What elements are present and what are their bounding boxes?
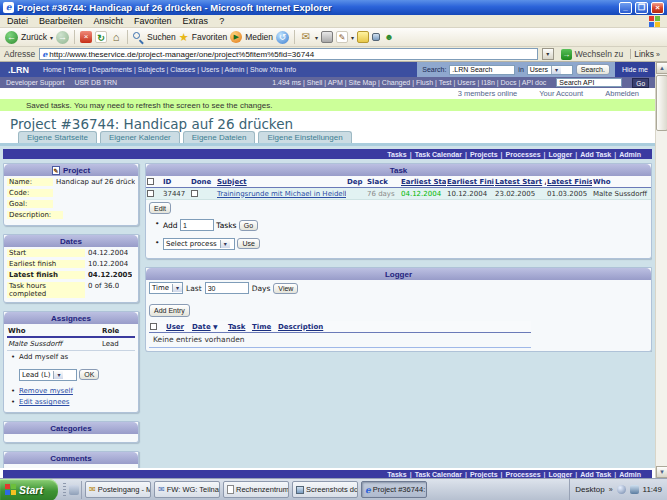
media-label[interactable]: Medien [245,32,273,42]
vertical-scrollbar[interactable]: ▲ ▼ [655,62,667,478]
links-toolbar[interactable]: Links » [630,49,663,59]
menu-bearbeiten[interactable]: Bearbeiten [39,16,83,26]
lrn-search-input[interactable] [449,65,515,75]
logger-select-all-checkbox[interactable] [150,323,157,330]
quick-launch-icon[interactable] [69,485,79,495]
menu-help[interactable]: ? [219,16,224,26]
scroll-up-icon[interactable]: ▲ [656,62,667,74]
taskbar-item-screenshots[interactable]: Screenshots dotLRN... [292,481,358,498]
last-days-input[interactable] [205,282,249,294]
use-process-button[interactable]: Use [237,238,259,249]
tray-network-icon[interactable] [630,485,639,494]
task-select-checkbox[interactable] [147,190,154,197]
task-done-checkbox[interactable] [191,190,198,197]
col-id[interactable]: ID [162,178,190,186]
lrn-search-button[interactable]: Search. [576,64,610,75]
lrn-scope-select[interactable]: Users [527,65,573,75]
mail-dropdown-icon[interactable]: ▾ [315,34,318,41]
lrn-nav-links[interactable]: Home | Terms | Departments | Subjects | … [43,66,296,73]
lrn-logo[interactable]: .LRN [8,65,29,75]
menu-datei[interactable]: Datei [7,16,28,26]
col-subject[interactable]: Subject [216,178,346,186]
nav-add-task[interactable]: Add Task [580,151,611,158]
edit-project-icon[interactable]: ✎ [52,166,60,175]
assignee-name[interactable]: Malte Sussdorff [8,340,102,348]
tab-eigener-kalender[interactable]: Eigener Kalender [100,131,180,143]
edit-assignees-link[interactable]: Edit assignees [19,398,69,406]
task-subject-link[interactable]: Trainingsrunde mit Michael in Heidelberg [217,190,346,198]
col-time[interactable]: Time [251,323,277,331]
edit-page-icon[interactable]: ✎ [336,31,348,43]
col-earliest-finish[interactable]: Earliest Finish [446,178,494,186]
search-label[interactable]: Suchen [147,32,176,42]
taskbar-item-mail[interactable]: ✉ FW: WG: Teilnahme v... [154,481,220,498]
taskbar-item-rechenzentrum[interactable]: Rechenzentrum Uni K... [223,481,289,498]
nav-admin[interactable]: Admin [619,151,641,158]
tray-clock-icon[interactable] [617,485,626,494]
add-entry-button[interactable]: Add Entry [149,304,190,317]
address-dropdown-icon[interactable]: ▾ [542,48,554,60]
col-earliest-start[interactable]: Earliest Start [400,178,446,186]
start-button[interactable]: Start [0,479,58,500]
notes-icon[interactable] [357,31,369,43]
menu-ansicht[interactable]: Ansicht [94,16,124,26]
add-tasks-go-button[interactable]: Go [239,220,258,231]
select-all-checkbox[interactable] [147,178,154,185]
go-button[interactable]: → Wechseln zu [558,49,627,60]
dev-links[interactable]: 1.494 ms | Shell | APM | Site Map | Chan… [272,79,546,86]
task-who[interactable]: Malte Sussdorff [592,190,651,198]
nav-processes[interactable]: Processes [506,470,541,478]
nav-admin[interactable]: Admin [619,470,641,478]
address-input[interactable]: e http://www.theservice.de/project-manag… [39,48,538,60]
nav-task-calendar[interactable]: Task Calendar [415,470,462,478]
back-dropdown-icon[interactable]: ▾ [50,34,53,41]
stop-icon[interactable]: × [80,31,92,43]
tab-eigene-dateien[interactable]: Eigene Dateien [183,131,256,143]
role-select[interactable]: Lead (L) [19,369,77,381]
messenger-icon[interactable]: ☻ [383,31,395,43]
close-button[interactable]: × [651,2,664,14]
search-icon[interactable] [133,32,144,43]
ok-button[interactable]: OK [79,369,99,380]
menu-favoriten[interactable]: Favoriten [134,16,172,26]
home-icon[interactable]: ⌂ [110,31,122,43]
remove-myself-link[interactable]: Remove myself [19,387,73,395]
minimize-button[interactable]: _ [619,2,632,14]
taskbar-item-project-active[interactable]: e Project #36744: Han... [361,481,427,498]
col-latest-start[interactable]: Latest Start [495,178,542,186]
media-icon[interactable]: ▶ [230,31,242,43]
print-icon[interactable] [321,31,333,43]
menu-extras[interactable]: Extras [183,16,209,26]
api-go-button[interactable]: Go [632,78,649,88]
discuss-icon[interactable] [372,33,380,41]
hide-me-link[interactable]: Hide me [615,62,655,77]
nav-tasks[interactable]: Tasks [387,151,406,158]
tray-chevron-icon[interactable]: » [609,486,613,493]
col-user[interactable]: User [165,323,191,331]
refresh-icon[interactable]: ↻ [95,31,107,43]
taskbar-item-outlook[interactable]: ✉ Posteingang - Micros... [85,481,151,498]
process-select[interactable]: Select process [163,238,235,250]
history-icon[interactable]: ↺ [276,31,289,44]
scrollbar-thumb[interactable] [656,75,667,131]
back-label[interactable]: Zurück [21,32,47,42]
forward-icon[interactable]: → [56,31,69,44]
view-button[interactable]: View [273,283,298,294]
favorites-star-icon[interactable]: ★ [179,31,189,43]
col-task[interactable]: Task [227,323,251,331]
tab-eigene-startseite[interactable]: Eigene Startseite [18,131,97,143]
maximize-button[interactable]: ❐ [635,2,648,14]
back-icon[interactable]: ← [5,31,18,44]
favorites-label[interactable]: Favoriten [192,32,227,42]
nav-logger[interactable]: Logger [549,151,573,158]
nav-logger[interactable]: Logger [549,470,573,478]
toolbar-grip[interactable] [63,483,66,497]
col-date[interactable]: Date [192,323,211,331]
tab-eigene-einstellungen[interactable]: Eigene Einstellungen [258,131,351,143]
desktop-toolbar-label[interactable]: Desktop [575,485,604,494]
nav-processes[interactable]: Processes [506,151,541,158]
scroll-down-icon[interactable]: ▼ [656,466,667,478]
your-account-link[interactable]: Your Account [539,89,583,98]
col-description[interactable]: Description [277,323,347,331]
edit-dropdown-icon[interactable]: ▾ [351,34,354,41]
